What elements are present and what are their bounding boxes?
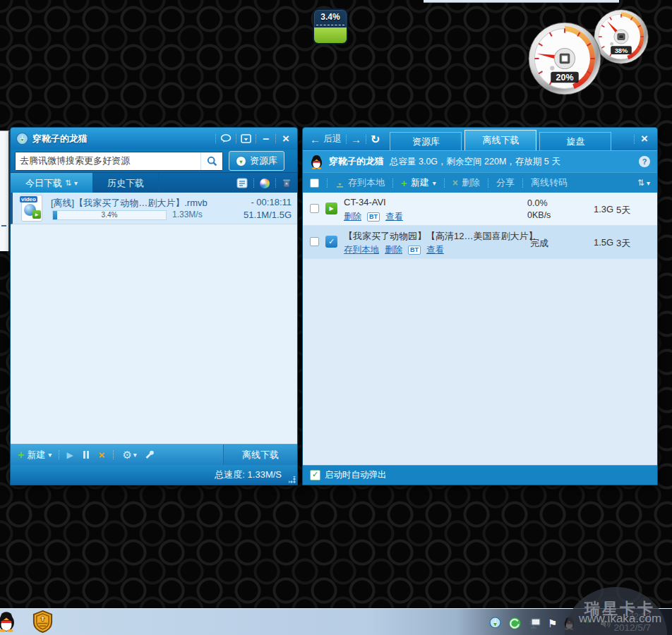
separator xyxy=(236,134,236,143)
tab-resource-library[interactable]: 资源库 xyxy=(390,132,462,150)
task-name: CT-34-AVI xyxy=(344,197,386,207)
forward-arrow-icon[interactable]: → xyxy=(351,133,361,145)
download-item-name: [离线]【我家买了动物…剧大片】.rmvb xyxy=(51,197,208,210)
minimize-button[interactable]: – xyxy=(260,134,271,144)
tab-offline-download[interactable]: 离线下载 xyxy=(464,130,536,150)
share-button[interactable]: 分享 xyxy=(496,176,515,189)
pause-button[interactable] xyxy=(83,451,89,459)
save-to-local-link[interactable]: 存到本地 xyxy=(344,244,379,256)
separator xyxy=(275,179,276,188)
edge-dash xyxy=(1,225,6,226)
video-file-icon: video ▶ xyxy=(20,195,42,222)
resource-library-button[interactable]: 资源库 xyxy=(229,151,284,171)
new-task-button[interactable]: 新建 xyxy=(411,176,429,189)
select-all-checkbox[interactable] xyxy=(310,179,319,188)
trash-icon[interactable] xyxy=(282,178,292,188)
search-button[interactable] xyxy=(200,152,222,170)
download-item[interactable]: video ▶ [离线]【我家买了动物…剧大片】.rmvb - 00:18:11… xyxy=(11,193,297,224)
separator xyxy=(275,134,276,143)
download-item-remaining: - 00:18:11 xyxy=(251,197,292,207)
new-task-label: 新建 xyxy=(27,449,45,461)
tray-network-icon[interactable] xyxy=(528,617,541,629)
minimize-to-tray-icon[interactable] xyxy=(241,134,251,143)
settings-button[interactable]: ⚙ xyxy=(122,449,131,461)
download-item-size: 51.1M/1.5G xyxy=(244,210,292,220)
tab-history-label: 历史下载 xyxy=(107,177,144,190)
cpu-gauge[interactable]: 20% xyxy=(528,22,601,95)
play-badge-icon: ▶ xyxy=(32,210,41,219)
back-button[interactable]: 后退 xyxy=(323,133,342,145)
save-to-local-button[interactable]: 存到本地 xyxy=(348,176,385,189)
taskbar-qq-icon[interactable] xyxy=(0,611,17,632)
row-checkbox[interactable] xyxy=(310,237,319,246)
bt-badge: BT xyxy=(367,212,380,222)
memory-gauge[interactable]: 38% xyxy=(594,9,649,64)
caret-down-icon[interactable]: ▾ xyxy=(647,179,650,187)
tray-download-globe-icon[interactable] xyxy=(488,617,502,630)
user-info-row: 穿靴子的龙猫 总容量 3.0G，剩余空间 220M，存放期 5 天 ? xyxy=(303,150,657,172)
tray-swirl-icon[interactable] xyxy=(508,617,522,630)
offline-download-button[interactable]: 离线下载 xyxy=(223,445,297,465)
taskbar-kaka-lion-icon[interactable] xyxy=(31,610,54,633)
view-link[interactable]: 查看 xyxy=(385,211,403,223)
user-quota-info: 总容量 3.0G，剩余空间 220M，存放期 5 天 xyxy=(390,156,560,168)
row-checkbox[interactable] xyxy=(310,204,319,213)
tab-label: 离线下载 xyxy=(482,134,519,147)
wrench-icon[interactable] xyxy=(144,449,155,460)
save-to-local-icon xyxy=(335,179,344,188)
feedback-bubble-icon[interactable] xyxy=(220,134,232,143)
auto-popup-checkbox[interactable]: ✓ xyxy=(310,470,320,480)
delete-x-icon: × xyxy=(452,177,458,188)
left-tabs-row: 今日下载 ⇅ ▾ 历史下载 xyxy=(11,172,297,193)
offscreen-window-left-edge xyxy=(0,131,10,251)
list-view-icon[interactable] xyxy=(236,178,248,188)
separator xyxy=(392,179,393,188)
task-row[interactable]: ▶ CT-34-AVI 删除 BT 查看 0.0% 0KB/s 1.3G 5天 xyxy=(303,193,657,226)
task-speed: 0KB/s xyxy=(527,210,551,220)
left-window-title: 穿靴子的龙猫 xyxy=(32,133,88,145)
separator xyxy=(346,135,347,144)
left-bottom-toolbar: + 新建 ▾ ▶ × ⚙ ▾ 离线下载 xyxy=(11,444,297,465)
task-size: 1.3G xyxy=(594,204,613,214)
delete-button[interactable]: 删除 xyxy=(462,176,480,189)
search-icon xyxy=(207,156,217,167)
close-button[interactable]: × xyxy=(280,134,292,144)
tab-label: 旋盘 xyxy=(566,135,584,148)
view-link[interactable]: 查看 xyxy=(426,244,444,256)
caret-down-icon[interactable]: ▾ xyxy=(133,451,137,459)
browser-sphere-icon[interactable] xyxy=(260,179,270,188)
caret-down-icon: ▾ xyxy=(74,179,78,187)
watermark-url: www.ikaka.com xyxy=(579,612,661,626)
search-input[interactable] xyxy=(16,152,200,170)
new-task-button[interactable]: + 新建 ▾ xyxy=(18,449,52,461)
separator xyxy=(256,134,256,143)
tab-today-downloads[interactable]: 今日下载 ⇅ ▾ xyxy=(11,173,93,193)
close-button[interactable]: × xyxy=(639,134,650,144)
sort-order-icon[interactable]: ⇅ xyxy=(637,178,644,188)
tab-history-downloads[interactable]: 历史下载 xyxy=(93,173,159,193)
start-button[interactable]: ▶ xyxy=(66,450,73,460)
delete-link[interactable]: 删除 xyxy=(344,211,361,223)
separator xyxy=(488,179,488,188)
refresh-icon[interactable]: ↻ xyxy=(371,133,380,146)
resize-grip[interactable] xyxy=(289,476,296,483)
gauge-pivot-dot xyxy=(610,42,613,46)
back-arrow-icon[interactable]: ← xyxy=(310,133,320,145)
separator xyxy=(253,179,254,188)
delete-task-button[interactable]: × xyxy=(99,449,105,461)
mini-progress-widget[interactable]: 3.4% xyxy=(313,8,348,44)
delete-link[interactable]: 删除 xyxy=(385,244,402,256)
tray-flag-icon[interactable]: ⚑ xyxy=(548,618,557,629)
transcode-button[interactable]: 离线转码 xyxy=(531,176,568,189)
auto-popup-label: 启动时自动弹出 xyxy=(325,469,387,481)
caret-down-icon[interactable]: ▾ xyxy=(433,179,436,187)
right-titlebar[interactable]: ← 后退 → ↻ 资源库 离线下载 旋盘 × xyxy=(303,128,657,150)
progress-percent: 3.4% xyxy=(53,211,166,219)
app-globe-icon xyxy=(16,133,28,145)
help-icon[interactable]: ? xyxy=(639,156,650,167)
task-row[interactable]: ✓ 【我家买了动物园】【高清12…美国喜剧大片】 存到本地 删除 BT 查看 完… xyxy=(303,226,657,259)
left-titlebar[interactable]: 穿靴子的龙猫 – × xyxy=(11,128,297,150)
mini-progress-value: 3.4% xyxy=(314,12,347,22)
desktop: 3.4% 38% xyxy=(0,0,672,635)
tab-xuanpan[interactable]: 旋盘 xyxy=(539,132,611,150)
